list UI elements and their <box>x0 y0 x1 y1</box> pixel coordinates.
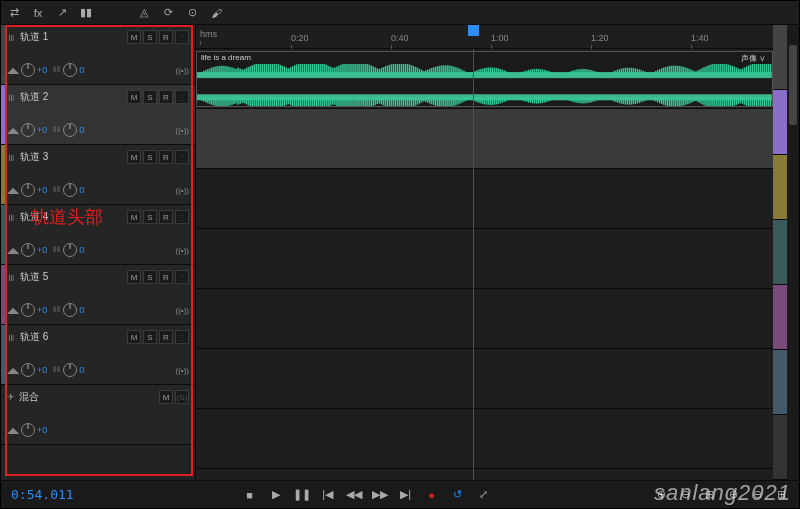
track-header-2[interactable]: ⫼ 轨道 2 M S R ⋮ ◢◣ +0 ⫴⫴ 0 ((•)) <box>1 85 195 145</box>
track-lane-mix[interactable] <box>196 409 773 469</box>
more-button[interactable]: ⋮ <box>175 30 189 44</box>
rewind-start-button[interactable]: |◀ <box>320 487 336 503</box>
solo-button[interactable]: S <box>143 270 157 284</box>
triangle-icon[interactable]: ◬ <box>135 4 153 22</box>
volume-knob[interactable] <box>21 423 35 437</box>
track-lane-5[interactable] <box>196 289 773 349</box>
pan-knob[interactable] <box>63 243 77 257</box>
record-arm-button[interactable]: R <box>159 90 173 104</box>
svg-rect-127 <box>449 66 451 75</box>
mute-button[interactable]: M <box>127 330 141 344</box>
track-header-6[interactable]: ⫼ 轨道 6 M S R ⋮ ◢◣ +0 ⫴⫴ 0 ((•)) <box>1 325 195 385</box>
loop-button[interactable]: ↺ <box>450 487 466 503</box>
track-header-3[interactable]: ⫼ 轨道 3 M S R ⋮ ◢◣ +0 ⫴⫴ 0 ((•)) <box>1 145 195 205</box>
pan-knob[interactable] <box>63 183 77 197</box>
color-swatch[interactable] <box>773 25 787 90</box>
scroll-thumb[interactable] <box>789 45 797 125</box>
solo-button[interactable]: S <box>143 330 157 344</box>
solo-button[interactable]: (S) <box>175 390 189 404</box>
track-header-4[interactable]: ⫼ 轨道 4 M S R ⋮ ◢◣ +0 ⫴⫴ 0 ((•)) <box>1 205 195 265</box>
time-ruler[interactable]: hms 0:20 0:40 1:00 1:20 1:40 <box>196 25 773 49</box>
send-icon[interactable]: ↗ <box>53 4 71 22</box>
solo-button[interactable]: S <box>143 210 157 224</box>
timecode[interactable]: 0:54.011 <box>11 487 74 502</box>
play-button[interactable]: ▶ <box>268 487 284 503</box>
color-swatch[interactable] <box>773 285 787 350</box>
svg-rect-554 <box>736 97 738 105</box>
zoom-out-v-button[interactable]: ⊖ <box>749 487 765 503</box>
color-swatch[interactable] <box>773 155 787 220</box>
record-arm-button[interactable]: R <box>159 210 173 224</box>
clip-pan-label[interactable]: 声像 ∨ <box>741 53 766 64</box>
playhead-handle[interactable] <box>468 25 479 36</box>
pan-knob[interactable] <box>63 123 77 137</box>
forward-end-button[interactable]: ▶| <box>398 487 414 503</box>
pan-knob[interactable] <box>63 63 77 77</box>
solo-button[interactable]: S <box>143 30 157 44</box>
volume-knob[interactable] <box>21 123 35 137</box>
track-lane-3[interactable] <box>196 169 773 229</box>
svg-rect-457 <box>540 97 542 103</box>
volume-knob[interactable] <box>21 363 35 377</box>
track-lane-6[interactable] <box>196 349 773 409</box>
volume-knob[interactable] <box>21 183 35 197</box>
mix-track-header[interactable]: ✈ 混合 M (S) ◢◣ +0 <box>1 385 195 445</box>
color-swatch[interactable] <box>773 220 787 285</box>
pan-knob[interactable] <box>63 363 77 377</box>
forward-button[interactable]: ▶▶ <box>372 487 388 503</box>
mute-button[interactable]: M <box>127 30 141 44</box>
target-icon[interactable]: ⊙ <box>183 4 201 22</box>
record-arm-button[interactable]: R <box>159 30 173 44</box>
solo-button[interactable]: S <box>143 90 157 104</box>
more-button[interactable]: ⋮ <box>175 90 189 104</box>
more-button[interactable]: ⋮ <box>175 330 189 344</box>
track-header-1[interactable]: ⫼ 轨道 1 M S R ⋮ ◢◣ +0 ⫴⫴ 0 ((•)) <box>1 25 195 85</box>
more-button[interactable]: ⋮ <box>175 150 189 164</box>
color-swatch[interactable] <box>773 90 787 155</box>
skip-selection-button[interactable]: ⤢ <box>476 487 492 503</box>
svg-rect-459 <box>544 97 546 102</box>
color-swatch[interactable] <box>773 350 787 415</box>
brush-icon[interactable]: 🖌 <box>207 4 225 22</box>
track-lane-4[interactable] <box>196 229 773 289</box>
tracks-lane[interactable]: life is a dream 声像 ∨ <box>196 49 773 480</box>
pause-button[interactable]: ❚❚ <box>294 487 310 503</box>
eq-icon[interactable]: ▮▮ <box>77 4 95 22</box>
stop-button[interactable]: ■ <box>242 487 258 503</box>
track-lane-1[interactable]: life is a dream 声像 ∨ <box>196 49 773 109</box>
vertical-scrollbar[interactable] <box>787 25 799 480</box>
swap-icon[interactable]: ⇄ <box>5 4 23 22</box>
track-header-5[interactable]: ⫼ 轨道 5 M S R ⋮ ◢◣ +0 ⫴⫴ 0 ((•)) <box>1 265 195 325</box>
playhead[interactable] <box>473 49 474 480</box>
more-button[interactable]: ⋮ <box>175 270 189 284</box>
volume-knob[interactable] <box>21 303 35 317</box>
volume-knob[interactable] <box>21 243 35 257</box>
color-swatch[interactable] <box>773 415 787 480</box>
fx-icon[interactable]: fx <box>29 4 47 22</box>
more-button[interactable]: ⋮ <box>175 210 189 224</box>
pan-knob[interactable] <box>63 303 77 317</box>
volume-knob[interactable] <box>21 63 35 77</box>
svg-rect-164 <box>524 71 526 75</box>
zoom-fit-h-button[interactable]: ⊞ <box>701 487 717 503</box>
track-lane-2[interactable] <box>196 109 773 169</box>
mute-button[interactable]: M <box>127 90 141 104</box>
solo-button[interactable]: S <box>143 150 157 164</box>
zoom-in-v-button[interactable]: ⊕ <box>725 487 741 503</box>
record-button[interactable]: ● <box>424 487 440 503</box>
record-arm-button[interactable]: R <box>159 330 173 344</box>
zoom-fit-v-button[interactable]: ⊞ <box>773 487 789 503</box>
zoom-in-h-button[interactable]: ⊕ <box>653 487 669 503</box>
audio-clip[interactable]: life is a dream 声像 ∨ <box>196 51 773 107</box>
mute-button[interactable]: M <box>159 390 173 404</box>
svg-rect-358 <box>340 97 342 107</box>
svg-rect-183 <box>562 74 564 75</box>
rewind-button[interactable]: ◀◀ <box>346 487 362 503</box>
mute-button[interactable]: M <box>127 210 141 224</box>
record-arm-button[interactable]: R <box>159 270 173 284</box>
mute-button[interactable]: M <box>127 150 141 164</box>
record-arm-button[interactable]: R <box>159 150 173 164</box>
mute-button[interactable]: M <box>127 270 141 284</box>
refresh-icon[interactable]: ⟳ <box>159 4 177 22</box>
zoom-out-h-button[interactable]: ⊖ <box>677 487 693 503</box>
